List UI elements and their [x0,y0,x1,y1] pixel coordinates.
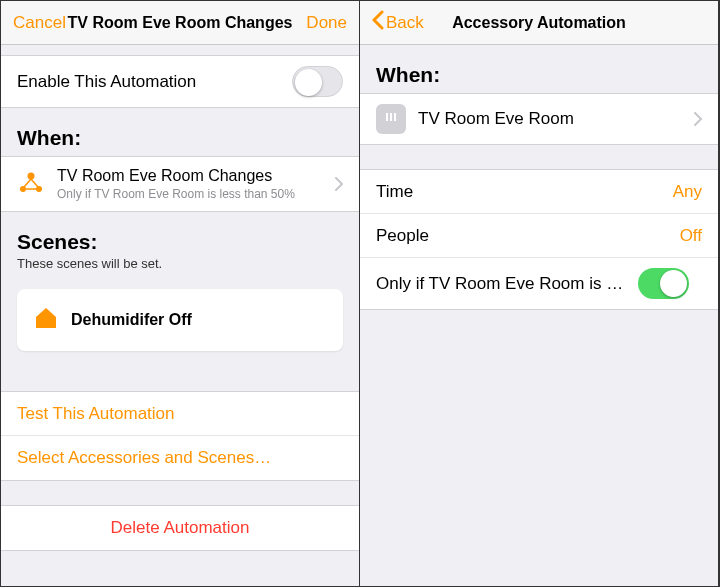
svg-rect-3 [386,113,388,121]
navbar-title-right: Accessory Automation [452,14,626,32]
chevron-left-icon [372,10,384,35]
trigger-subtitle: Only if TV Room Eve Room is less than 50… [57,187,323,201]
content-right: When: TV Room Eve Room Time Any People O… [360,45,718,586]
condition-row[interactable]: Only if TV Room Eve Room is less th… [360,258,718,309]
condition-toggle[interactable] [638,268,689,299]
time-value: Any [673,182,702,202]
scenes-header: Scenes: [1,212,359,256]
navbar-left: Cancel TV Room Eve Room Changes Done [1,1,359,45]
enable-automation-row[interactable]: Enable This Automation [1,56,359,107]
svg-point-0 [28,173,35,180]
trigger-icon [17,168,45,200]
back-label: Back [386,13,424,33]
delete-automation-label: Delete Automation [17,518,343,538]
scene-name: Dehumidifer Off [71,311,192,329]
navbar-right: Back Accessory Automation [360,1,718,45]
people-value: Off [680,226,702,246]
svg-rect-4 [390,113,392,121]
when-header: When: [1,108,359,156]
scenes-sub: These scenes will be set. [1,256,359,279]
time-label: Time [376,182,661,202]
chevron-right-icon [335,177,343,191]
test-automation-row[interactable]: Test This Automation [1,392,359,436]
chevron-right-icon [694,112,702,126]
sensor-icon [376,104,406,134]
test-automation-label: Test This Automation [17,404,343,424]
accessory-name: TV Room Eve Room [418,109,682,129]
home-icon [33,305,59,335]
people-label: People [376,226,668,246]
when-header-right: When: [360,45,718,93]
condition-label: Only if TV Room Eve Room is less th… [376,274,626,294]
time-row[interactable]: Time Any [360,170,718,214]
content-left: Enable This Automation When: TV Room Eve… [1,45,359,586]
delete-automation-row[interactable]: Delete Automation [1,506,359,550]
enable-label: Enable This Automation [17,72,280,92]
trigger-row[interactable]: TV Room Eve Room Changes Only if TV Room… [1,157,359,211]
automation-detail-screen: Cancel TV Room Eve Room Changes Done Ena… [1,1,360,586]
navbar-title: TV Room Eve Room Changes [68,14,293,32]
back-button[interactable]: Back [368,10,428,35]
accessory-row[interactable]: TV Room Eve Room [360,94,718,144]
select-accessories-row[interactable]: Select Accessories and Scenes… [1,436,359,480]
select-accessories-label: Select Accessories and Scenes… [17,448,343,468]
people-row[interactable]: People Off [360,214,718,258]
accessory-automation-screen: Back Accessory Automation When: TV Room … [360,1,719,586]
scene-card[interactable]: Dehumidifer Off [17,289,343,351]
enable-toggle[interactable] [292,66,343,97]
svg-rect-5 [394,113,396,121]
done-button[interactable]: Done [302,13,351,33]
cancel-button[interactable]: Cancel [9,13,70,33]
trigger-title: TV Room Eve Room Changes [57,167,323,185]
